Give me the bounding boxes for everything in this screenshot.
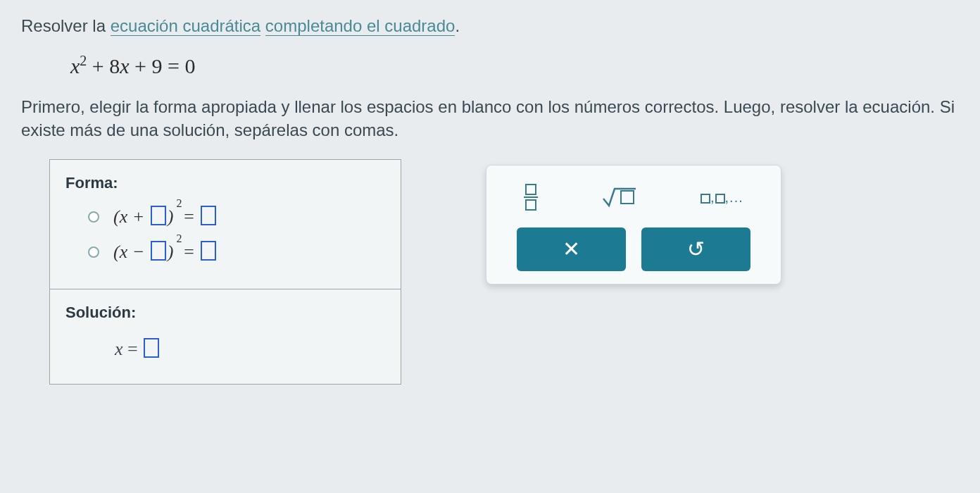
prompt-pre: Resolver la <box>21 16 111 35</box>
math-tool-panel: ,,... ✕ ↺ <box>486 165 781 285</box>
form-option-minus[interactable]: (x − )2 = <box>88 239 385 265</box>
fraction-tool[interactable] <box>524 184 538 211</box>
radio-icon[interactable] <box>88 211 99 223</box>
fraction-icon <box>524 184 538 211</box>
x-icon: ✕ <box>563 235 580 264</box>
form-option-expression: (x − )2 = <box>113 239 218 265</box>
radio-icon[interactable] <box>88 246 99 258</box>
clear-button[interactable]: ✕ <box>517 227 626 271</box>
link-completing-square[interactable]: completando el cuadrado <box>265 17 456 36</box>
sqrt-icon <box>602 186 637 208</box>
list-tool[interactable]: ,,... <box>701 187 743 207</box>
solution-expression: x = <box>115 337 385 362</box>
solution-input[interactable] <box>144 338 159 358</box>
blank-input[interactable] <box>151 206 166 225</box>
problem-prompt: Resolver la ecuación cuadrática completa… <box>21 14 959 38</box>
solucion-label: Solución: <box>65 302 385 324</box>
form-option-plus[interactable]: (x + )2 = <box>88 204 385 230</box>
list-icon: ,,... <box>701 187 743 207</box>
prompt-post: . <box>455 16 460 35</box>
reset-icon: ↺ <box>687 235 705 264</box>
answer-box: Forma: (x + )2 = (x − )2 = Solución: x = <box>49 159 401 385</box>
form-option-expression: (x + )2 = <box>113 204 218 230</box>
forma-label: Forma: <box>65 173 385 194</box>
blank-input[interactable] <box>201 206 216 225</box>
prompt-mid <box>260 16 265 35</box>
instructions-text: Primero, elegir la forma apropiada y lle… <box>21 95 959 142</box>
blank-input[interactable] <box>151 241 166 261</box>
reset-button[interactable]: ↺ <box>641 227 750 271</box>
blank-input[interactable] <box>201 241 216 261</box>
sqrt-tool[interactable] <box>602 186 637 208</box>
equation-display: x2 + 8x + 9 = 0 <box>70 51 959 81</box>
link-quadratic-equation[interactable]: ecuación cuadrática <box>111 17 260 36</box>
